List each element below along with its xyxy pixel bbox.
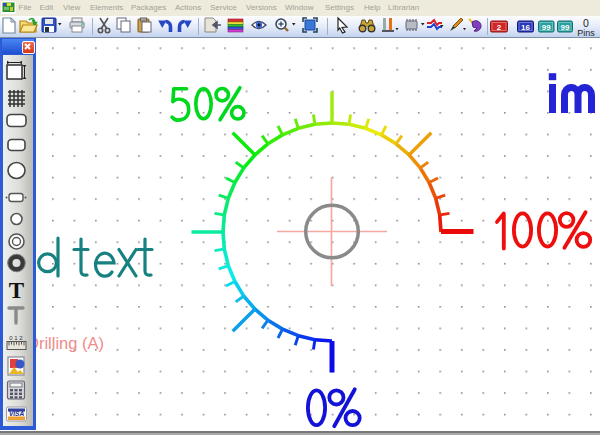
svg-text:Drilling (A): Drilling (A) — [27, 334, 104, 352]
svg-text:99: 99 — [561, 23, 570, 32]
svg-text:T: T — [9, 278, 24, 303]
svg-text:0 1 2: 0 1 2 — [9, 335, 23, 341]
svg-text:VISA: VISA — [9, 410, 24, 417]
svg-text:99: 99 — [542, 23, 551, 32]
svg-text:Pins: Pins — [577, 28, 595, 38]
svg-text:2: 2 — [497, 23, 502, 32]
svg-text:16: 16 — [521, 23, 530, 32]
